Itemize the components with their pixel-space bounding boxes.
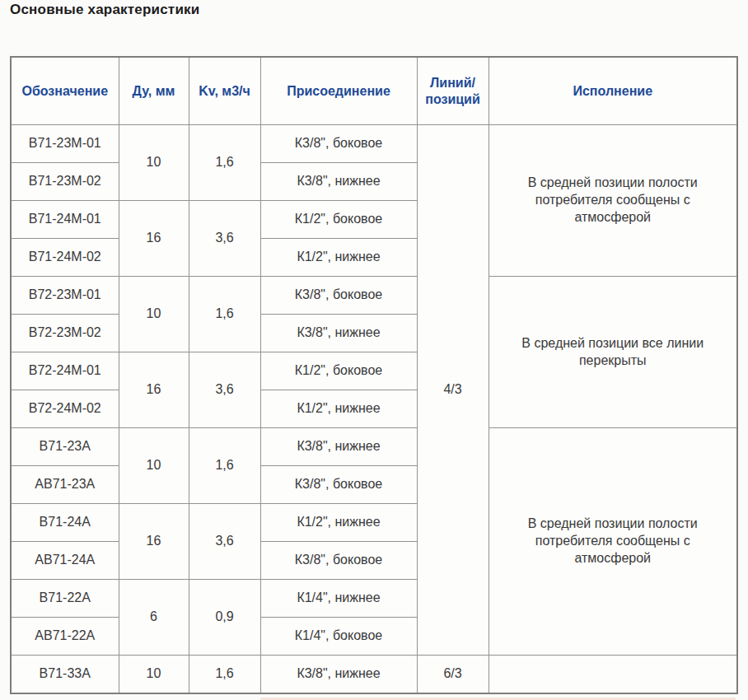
page-title: Основные характеристики [10, 2, 199, 18]
table-cell: К3/8", боковое [260, 125, 417, 163]
column-header-0: Обозначение [11, 57, 119, 125]
column-header-5: Исполнение [489, 57, 737, 125]
table-cell: К3/8", нижнее [260, 428, 417, 466]
column-header-3: Присоединение [260, 57, 417, 125]
table-cell: К3/8", боковое [260, 277, 417, 315]
table-cell: 1,6 [189, 428, 260, 504]
table-cell: К1/4", нижнее [260, 580, 417, 618]
table-cell: В71-23А [11, 428, 119, 466]
table-cell: В71-33А [11, 656, 119, 694]
table-cell: В72-24М-01 [11, 352, 119, 390]
table-cell: 16 [119, 352, 189, 428]
table-cell: АВ71-23А [11, 466, 119, 504]
table-cell: 3,6 [189, 201, 260, 277]
table-cell [489, 656, 737, 694]
table-cell: 10 [119, 277, 189, 352]
table-cell: АВ71-24А [11, 542, 119, 580]
table-cell: 1,6 [189, 656, 260, 694]
table-cell: В средней позиции полости потребителя со… [489, 125, 737, 277]
table-cell: 1,6 [189, 125, 260, 201]
table-cell: В72-24М-02 [11, 390, 119, 428]
table-cell: В средней позиции полости потребителя со… [489, 428, 737, 656]
table-cell: К1/4", боковое [260, 618, 417, 656]
table-cell: АВ71-22А [11, 618, 119, 656]
table-cell: В71-23М-01 [11, 125, 119, 163]
table-cell: 6/3 [417, 656, 489, 694]
table-cell: В71-24А [11, 504, 119, 542]
table-cell: К3/8", нижнее [260, 656, 417, 694]
column-header-2: Kv, м3/ч [189, 57, 260, 125]
table-row: В71-23А101,6К3/8", нижнееВ средней позиц… [11, 428, 737, 466]
table-cell: К3/8", боковое [260, 542, 417, 580]
table-cell: В71-24М-01 [11, 201, 119, 239]
table-head: ОбозначениеДу, ммKv, м3/чПрисоединениеЛи… [11, 57, 737, 125]
table-cell: К3/8", нижнее [260, 163, 417, 201]
page: Основные характеристики ОбозначениеДу, м… [0, 0, 748, 700]
table-body: В71-23М-01101,6К3/8", боковое4/3В средне… [11, 125, 737, 694]
table-row: В72-23М-01101,6К3/8", боковоеВ средней п… [11, 277, 737, 315]
table-cell: В71-22А [11, 580, 119, 618]
table-cell: 10 [119, 428, 189, 504]
table-row: В71-33А101,6К3/8", нижнее6/3 [11, 656, 737, 694]
column-header-1: Ду, мм [119, 57, 189, 125]
table-cell: 4/3 [417, 125, 489, 656]
table-cell: В средней позиции все линии перекрыты [489, 277, 737, 428]
table-cell: В72-23М-01 [11, 277, 119, 315]
table-cell: К3/8", нижнее [260, 315, 417, 352]
table-cell: К1/2", боковое [260, 201, 417, 239]
table-cell: 6 [119, 580, 189, 656]
column-header-4: Линий/ позиций [417, 57, 489, 125]
table-cell: 10 [119, 125, 189, 201]
table-row: В71-23М-01101,6К3/8", боковое4/3В средне… [11, 125, 737, 163]
table-cell: К1/2", боковое [260, 352, 417, 390]
table-cell: 0,9 [189, 580, 260, 656]
table-cell: К1/2", нижнее [260, 504, 417, 542]
table-cell: К3/8", боковое [260, 466, 417, 504]
table-cell: К1/2", нижнее [260, 390, 417, 428]
table-cell: 10 [119, 656, 189, 694]
table-cell: К1/2", нижнее [260, 239, 417, 277]
characteristics-table: ОбозначениеДу, ммKv, м3/чПрисоединениеЛи… [10, 56, 738, 694]
table-cell: 3,6 [189, 504, 260, 580]
table-cell: В71-24М-02 [11, 239, 119, 277]
header-row: ОбозначениеДу, ммKv, м3/чПрисоединениеЛи… [11, 57, 737, 125]
table-cell: 1,6 [189, 277, 260, 352]
table-cell: 3,6 [189, 352, 260, 428]
table-cell: В71-23М-02 [11, 163, 119, 201]
table-cell: В72-23М-02 [11, 315, 119, 352]
table-cell: 16 [119, 504, 189, 580]
table-cell: 16 [119, 201, 189, 277]
